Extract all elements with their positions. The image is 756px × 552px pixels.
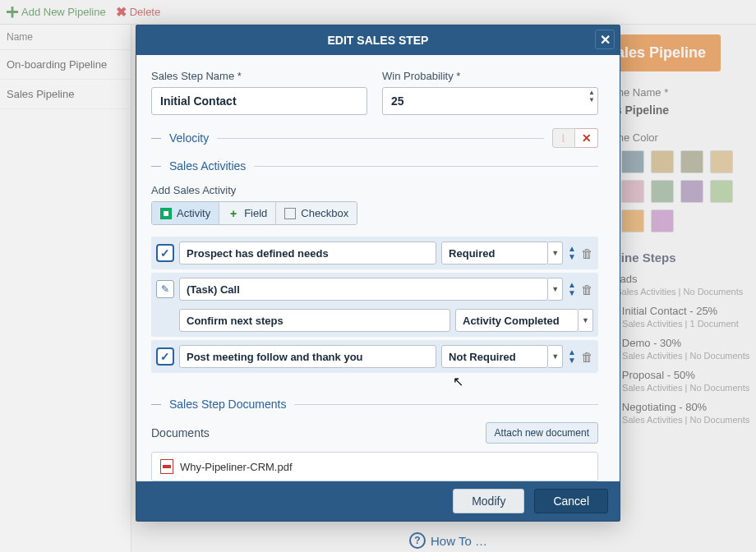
add-field-button[interactable]: Field (219, 202, 276, 224)
activity-checkbox[interactable] (156, 244, 174, 262)
activity-checkbox[interactable] (156, 347, 174, 366)
chevron-up-icon[interactable]: ▲ (588, 90, 595, 96)
modify-button[interactable]: Modify (453, 489, 524, 513)
velocity-delete-button[interactable]: ✕ (575, 128, 598, 148)
reorder-handle[interactable]: ▲▼ (568, 348, 576, 365)
activity-row: Post meeting follow and thank you Not Re… (151, 340, 598, 373)
trash-icon[interactable]: 🗑 (581, 283, 593, 297)
activity-name-input[interactable]: (Task) Call (179, 278, 548, 301)
modal-header: EDIT SALES STEP ✕ (136, 25, 620, 55)
pdf-icon (160, 459, 173, 474)
modal-scroll[interactable]: Sales Step Name * Win Probability * ▲▼ V… (151, 70, 605, 481)
chevron-down-icon[interactable]: ▼ (548, 345, 563, 368)
attach-document-button[interactable]: Attach new document (486, 422, 598, 444)
activity-required-select[interactable]: Not Required (441, 345, 548, 368)
add-activity-button[interactable]: Activity (152, 202, 219, 224)
divider (217, 138, 544, 139)
trash-icon[interactable]: 🗑 (581, 246, 593, 260)
how-to-label: How To … (431, 534, 487, 548)
divider (151, 138, 161, 139)
divider (151, 166, 161, 167)
chevron-down-icon[interactable]: ▼ (588, 97, 595, 104)
step-name-input[interactable] (151, 87, 367, 115)
win-prob-label: Win Probability * (382, 70, 598, 82)
modal-title: EDIT SALES STEP (328, 34, 429, 47)
close-button[interactable]: ✕ (595, 30, 615, 49)
divider (151, 404, 161, 405)
divider (294, 404, 598, 405)
trash-icon[interactable]: 🗑 (581, 350, 593, 364)
calendar-icon (160, 208, 172, 219)
add-checkbox-label-text: Checkbox (301, 207, 348, 219)
plus-icon (228, 208, 239, 219)
checkbox-icon (284, 208, 296, 219)
activity-subtask-input[interactable]: Confirm next steps (179, 309, 450, 332)
sales-activities-title: Sales Activities (169, 159, 246, 172)
reorder-handle[interactable]: ▲▼ (568, 245, 576, 261)
win-prob-input[interactable] (382, 87, 598, 115)
reorder-handle[interactable]: ▲▼ (568, 281, 576, 297)
activity-status-select[interactable]: Activity Completed (455, 309, 579, 332)
velocity-toggle[interactable]: ⦚ (552, 128, 575, 148)
chevron-down-icon[interactable]: ▼ (548, 242, 563, 264)
add-field-label-text: Field (244, 207, 267, 219)
activity-name-input[interactable]: Prospect has defined needs (179, 242, 436, 264)
modal-footer: Modify Cancel (136, 481, 620, 521)
documents-section-title: Sales Step Documents (169, 398, 286, 411)
help-icon: ? (409, 532, 426, 549)
activity-row: ✎ (Task) Call ▼ ▲▼ 🗑 Confirm next steps … (151, 273, 598, 337)
activity-required-select[interactable]: Required (441, 242, 548, 264)
edit-icon[interactable]: ✎ (156, 280, 174, 298)
divider (254, 166, 598, 167)
win-prob-stepper[interactable]: ▲▼ (588, 90, 595, 104)
chevron-down-icon[interactable]: ▼ (579, 309, 593, 332)
cancel-button[interactable]: Cancel (534, 489, 608, 513)
add-activity-label-text: Activity (177, 207, 210, 219)
add-checkbox-button[interactable]: Checkbox (276, 202, 357, 224)
document-item[interactable]: Why-Pipeliner-CRM.pdf (160, 459, 589, 474)
step-name-label: Sales Step Name * (151, 70, 367, 82)
chevron-down-icon[interactable]: ▼ (548, 278, 563, 301)
add-activity-label: Add Sales Activity (151, 184, 598, 196)
velocity-section-title: Velocity (169, 131, 209, 145)
document-filename: Why-Pipeliner-CRM.pdf (180, 461, 293, 473)
documents-list: Why-Pipeliner-CRM.pdf (151, 452, 598, 481)
activity-row: Prospect has defined needs Required ▼ ▲▼… (151, 237, 598, 269)
activity-name-input[interactable]: Post meeting follow and thank you (179, 345, 436, 368)
documents-label: Documents (151, 426, 210, 439)
how-to-link[interactable]: ? How To … (409, 532, 487, 549)
edit-sales-step-modal: EDIT SALES STEP ✕ Sales Step Name * Win … (136, 25, 620, 522)
